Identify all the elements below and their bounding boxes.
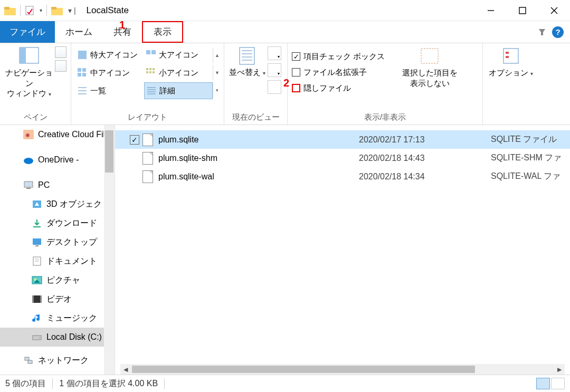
- svg-rect-12: [146, 50, 150, 54]
- svg-rect-43: [24, 181, 33, 187]
- preview-pane-button[interactable]: [55, 46, 66, 58]
- svg-rect-62: [28, 360, 32, 364]
- nav-item[interactable]: OneDrive -: [0, 150, 115, 169]
- nav-item[interactable]: Local Disk (C:): [0, 328, 115, 347]
- nav-item[interactable]: デスクトップ: [0, 233, 115, 252]
- size-columns-button[interactable]: [268, 80, 281, 94]
- details-view-toggle[interactable]: [536, 378, 550, 389]
- disk-icon: [32, 332, 42, 342]
- properties-icon[interactable]: [25, 5, 35, 16]
- group-label-layout: レイアウト: [75, 110, 220, 123]
- checkbox-icon: [292, 68, 300, 77]
- layout-option[interactable]: 中アイコン: [75, 64, 144, 81]
- music-icon: [32, 313, 42, 323]
- nav-item[interactable]: ダウンロード: [0, 214, 115, 233]
- scroll-down-icon[interactable]: ▼: [213, 65, 221, 81]
- svg-rect-19: [149, 68, 151, 70]
- pin-icon[interactable]: [537, 27, 547, 37]
- svg-rect-17: [82, 73, 86, 77]
- svg-rect-4: [51, 7, 56, 9]
- svg-rect-22: [149, 71, 151, 73]
- navigation-pane-button[interactable]: ナビゲーション ウィンドウ: [4, 46, 54, 99]
- tab-file[interactable]: ファイル: [0, 21, 55, 43]
- doc-icon: [32, 256, 42, 266]
- qat-dropdown-icon[interactable]: ▾: [40, 7, 42, 13]
- options-button[interactable]: オプション: [487, 46, 535, 78]
- ribbon-group-layout: 特大アイコン大アイコン中アイコン小アイコン一覧詳細▲▼▾ レイアウト: [71, 43, 224, 125]
- layout-option[interactable]: 一覧: [75, 82, 144, 99]
- svg-rect-38: [506, 52, 509, 54]
- video-icon: [32, 294, 42, 304]
- maximize-button[interactable]: [507, 0, 538, 21]
- svg-point-54: [34, 279, 36, 281]
- navigation-pane[interactable]: ◉Creative Cloud FileOneDrive -PC3D オブジェク…: [0, 125, 115, 375]
- cc-icon: ◉: [23, 130, 34, 139]
- hidden-files-toggle[interactable]: 2 隠しファイル: [292, 80, 385, 96]
- content-area: ◉Creative Cloud FileOneDrive -PC3D オブジェク…: [0, 125, 570, 375]
- status-bar: 5 個の項目 1 個の項目を選択 4.00 KB: [0, 375, 570, 392]
- file-list-area[interactable]: plum.sqlite2020/02/17 17:13SQLITE ファイルpl…: [115, 125, 570, 375]
- nav-item[interactable]: 3D オブジェクト: [0, 195, 115, 214]
- layout-option[interactable]: 特大アイコン: [75, 46, 144, 63]
- thumbnails-view-toggle[interactable]: [551, 378, 565, 389]
- nav-item[interactable]: PC: [0, 176, 115, 195]
- pc-icon: [23, 180, 34, 190]
- title-bar: ▾ ▾ | LocalState: [0, 0, 570, 21]
- separator: ▾ |: [68, 6, 76, 15]
- scroll-up-icon[interactable]: ▲: [213, 47, 221, 63]
- layout-icon: [146, 68, 156, 78]
- row-checkbox-icon[interactable]: [130, 135, 139, 145]
- svg-rect-49: [35, 245, 39, 246]
- add-columns-button[interactable]: [268, 63, 281, 77]
- nav-scrollbar[interactable]: [104, 125, 115, 375]
- nav-item[interactable]: ミュージック: [0, 309, 115, 328]
- nav-item[interactable]: ドキュメント: [0, 252, 115, 271]
- minimize-button[interactable]: [475, 0, 507, 21]
- group-label-show-hide: 表示/非表示: [292, 110, 478, 123]
- layout-option[interactable]: 大アイコン: [144, 46, 213, 63]
- layout-icon: [78, 68, 87, 78]
- help-icon[interactable]: ?: [552, 26, 564, 38]
- svg-rect-57: [32, 295, 34, 303]
- callout-1: 1: [119, 19, 125, 31]
- separator: [52, 378, 53, 389]
- nav-item[interactable]: ビデオ: [0, 290, 115, 309]
- checkbox-icon: [292, 84, 300, 92]
- item-checkboxes-toggle[interactable]: 項目チェック ボックス: [292, 49, 385, 64]
- layout-option[interactable]: 詳細: [144, 82, 213, 99]
- ribbon-group-options: オプション: [483, 43, 541, 125]
- file-row[interactable]: plum.sqlite-shm2020/02/18 14:43SQLITE-SH…: [115, 149, 570, 167]
- svg-rect-58: [40, 295, 42, 303]
- pic-icon: [32, 275, 42, 285]
- nav-item[interactable]: ピクチャ: [0, 271, 115, 290]
- file-row[interactable]: plum.sqlite-wal2020/02/18 14:34SQLITE-WA…: [115, 167, 570, 186]
- tab-home[interactable]: ホーム: [55, 21, 103, 43]
- file-icon: [142, 133, 153, 146]
- svg-rect-1: [4, 7, 10, 9]
- group-by-button[interactable]: [268, 46, 281, 60]
- details-pane-button[interactable]: [55, 60, 66, 72]
- layout-option[interactable]: 小アイコン: [144, 64, 213, 81]
- callout-2: 2: [283, 77, 289, 89]
- checkbox-checked-icon: [292, 52, 300, 61]
- ribbon: ナビゲーション ウィンドウ ペイン 特大アイコン大アイコン中アイコン小アイコン一…: [0, 43, 570, 125]
- group-label-current-view: 現在のビュー: [229, 110, 283, 123]
- svg-point-60: [39, 337, 40, 338]
- svg-rect-10: [20, 47, 26, 63]
- sort-button[interactable]: 並べ替え: [229, 46, 265, 78]
- svg-text:◉: ◉: [25, 132, 30, 138]
- hide-selected-button[interactable]: 選択した項目を 表示しない: [395, 46, 464, 88]
- navigation-pane-icon: [18, 46, 40, 65]
- nav-item[interactable]: ◉Creative Cloud File: [0, 125, 115, 144]
- folder-icon: [4, 6, 16, 15]
- scroll-more-icon[interactable]: ▾: [213, 82, 221, 98]
- svg-rect-15: [82, 68, 86, 72]
- tab-view[interactable]: 表示: [142, 21, 183, 43]
- file-row[interactable]: plum.sqlite2020/02/17 17:13SQLITE ファイル: [115, 130, 570, 149]
- file-extensions-toggle[interactable]: ファイル名拡張子: [292, 64, 385, 80]
- horizontal-scrollbar[interactable]: ◀▶: [120, 364, 565, 375]
- layout-icon: [78, 50, 87, 60]
- status-item-count: 5 個の項目: [5, 378, 46, 389]
- nav-item[interactable]: ネットワーク: [0, 351, 115, 370]
- close-button[interactable]: [538, 0, 570, 21]
